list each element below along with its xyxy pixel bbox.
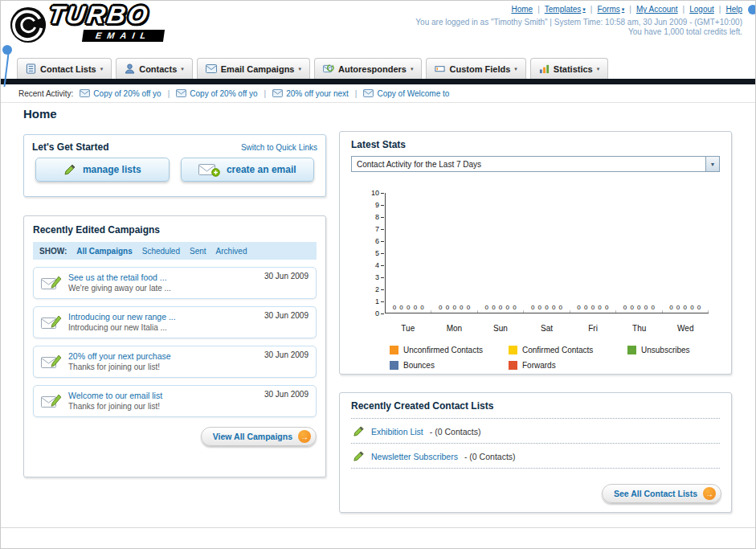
y-tick: 6 bbox=[375, 238, 384, 244]
legend-item: Forwards bbox=[509, 361, 627, 370]
contact-lists-panel: Recently Created Contact Lists Exhibitio… bbox=[339, 392, 732, 513]
separator: | bbox=[719, 5, 721, 14]
tab-contact-lists[interactable]: Contact Lists ▾ bbox=[17, 58, 112, 79]
contact-count-text: - (0 Contacts) bbox=[464, 452, 516, 461]
envelope-icon bbox=[206, 64, 217, 73]
x-label: Sun bbox=[477, 324, 524, 333]
zero-value-group: 0 0 0 0 0 bbox=[524, 304, 570, 311]
tab-label: Autoresponders bbox=[338, 64, 407, 74]
chevron-down-icon: ▾ bbox=[298, 66, 301, 72]
contact-list-link[interactable]: Exhibition List bbox=[371, 427, 423, 436]
create-email-button[interactable]: create an email bbox=[181, 158, 315, 182]
filter-sent[interactable]: Sent bbox=[190, 247, 206, 256]
campaign-date: 30 Jun 2009 bbox=[264, 390, 309, 399]
legend-swatch bbox=[390, 346, 398, 354]
form-field-icon bbox=[435, 64, 445, 74]
login-status-text: You are logged in as "Timothy Smith" | S… bbox=[415, 18, 742, 27]
pencil-icon bbox=[63, 163, 76, 176]
recent-activity-bar: Recent Activity: Copy of 20% off yo | Co… bbox=[1, 84, 755, 103]
x-label: Sat bbox=[524, 324, 570, 333]
legend-item: Bounces bbox=[390, 361, 509, 370]
manage-lists-button[interactable]: manage lists bbox=[35, 158, 170, 182]
tab-label: Contacts bbox=[139, 64, 177, 74]
contact-lists-title: Recently Created Contact Lists bbox=[351, 400, 720, 412]
activity-item: 20% off your next bbox=[272, 89, 349, 98]
envelope-icon bbox=[363, 89, 374, 97]
stats-period-select[interactable]: Contact Activity for the Last 7 Days ▼ bbox=[351, 156, 720, 172]
link-forms[interactable]: Forms▾ bbox=[597, 5, 624, 14]
see-all-contact-lists-button[interactable]: See All Contact Lists → bbox=[602, 484, 721, 503]
campaign-title-link[interactable]: 20% off your next purchase bbox=[68, 350, 264, 362]
x-label: Mon bbox=[431, 324, 478, 333]
separator: | bbox=[537, 5, 540, 14]
campaign-title-link[interactable]: Welcome to our email list bbox=[68, 390, 264, 401]
link-home[interactable]: Home bbox=[511, 5, 533, 14]
tab-statistics[interactable]: Statistics ▾ bbox=[530, 58, 608, 79]
campaign-edit-icon bbox=[41, 354, 62, 370]
chevron-down-icon: ▾ bbox=[597, 66, 600, 72]
create-email-label: create an email bbox=[227, 164, 296, 175]
recent-activity-label: Recent Activity: bbox=[18, 89, 73, 98]
arrow-circle-icon: → bbox=[298, 430, 311, 443]
tab-label: Statistics bbox=[554, 64, 593, 74]
pencil-icon bbox=[353, 425, 365, 437]
manage-lists-label: manage lists bbox=[83, 164, 141, 175]
view-all-campaigns-label: View All Campaigns bbox=[213, 432, 292, 441]
link-logout[interactable]: Logout bbox=[689, 5, 714, 14]
legend-label: Forwards bbox=[522, 361, 556, 370]
activity-link[interactable]: Copy of 20% off yo bbox=[93, 89, 161, 98]
legend-swatch bbox=[390, 361, 398, 370]
legend-swatch bbox=[627, 346, 636, 354]
get-started-header: Let's Get Started Switch to Quick Links bbox=[24, 135, 325, 158]
tab-label: Custom Fields bbox=[449, 64, 510, 74]
turbo-email-page: TURBO EMAIL Home | Templates▾ | Forms▾ |… bbox=[0, 0, 756, 549]
zero-value-group: 0 0 0 0 0 bbox=[663, 304, 709, 311]
contact-list-link[interactable]: Newsletter Subscribers bbox=[371, 452, 458, 461]
tab-autoresponders[interactable]: Autoresponders ▾ bbox=[314, 58, 422, 79]
y-tick: 5 bbox=[375, 250, 384, 256]
activity-link[interactable]: 20% off your next bbox=[286, 89, 349, 98]
filter-archived[interactable]: Archived bbox=[216, 247, 247, 256]
separator: | bbox=[629, 5, 631, 14]
view-all-campaigns-button[interactable]: View All Campaigns → bbox=[201, 427, 317, 446]
chevron-down-icon: ▾ bbox=[100, 66, 104, 72]
envelope-icon bbox=[80, 89, 90, 97]
legend-label: Confirmed Contacts bbox=[522, 346, 593, 354]
campaign-row: 20% off your next purchase Thanks for jo… bbox=[33, 346, 317, 378]
get-started-buttons: manage lists create an email bbox=[24, 158, 325, 182]
link-help[interactable]: Help bbox=[725, 5, 742, 14]
contact-list-row: Exhibition List - (0 Contacts) bbox=[351, 419, 720, 444]
campaign-title-link[interactable]: Introducing our new range ... bbox=[68, 311, 264, 322]
y-tick: 2 bbox=[375, 286, 384, 293]
tab-email-campaigns[interactable]: Email Campaigns ▾ bbox=[197, 58, 310, 79]
contact-count-text: - (0 Contacts) bbox=[430, 427, 481, 436]
campaign-title-link[interactable]: See us at the retail food ... bbox=[68, 272, 264, 283]
y-tick: 9 bbox=[375, 202, 384, 208]
filter-all-campaigns[interactable]: All Campaigns bbox=[76, 247, 132, 256]
switch-quick-links-link[interactable]: Switch to Quick Links bbox=[241, 143, 317, 152]
tab-custom-fields[interactable]: Custom Fields ▾ bbox=[426, 58, 525, 79]
activity-link[interactable]: Copy of 20% off yo bbox=[190, 89, 257, 98]
link-my-account[interactable]: My Account bbox=[636, 5, 678, 14]
get-started-panel: Let's Get Started Switch to Quick Links … bbox=[23, 134, 326, 197]
tab-contacts[interactable]: Contacts ▾ bbox=[116, 58, 193, 79]
templates-caret-icon: ▾ bbox=[582, 6, 586, 13]
tab-label: Contact Lists bbox=[40, 64, 96, 74]
app-logo[interactable]: TURBO EMAIL bbox=[9, 3, 164, 44]
bar-chart-icon bbox=[539, 64, 550, 74]
envelope-plus-icon bbox=[198, 162, 220, 177]
legend-swatch bbox=[509, 361, 517, 370]
activity-link[interactable]: Copy of Welcome to bbox=[377, 89, 449, 98]
envelope-icon bbox=[272, 89, 283, 97]
chart-plot-area: 0 0 0 0 0 0 0 0 0 0 0 0 0 0 0 0 0 0 0 0 … bbox=[385, 193, 709, 313]
chevron-down-icon: ▾ bbox=[181, 66, 184, 72]
link-forms-label: Forms bbox=[597, 5, 619, 14]
x-label: Wed bbox=[662, 324, 709, 333]
link-templates[interactable]: Templates▾ bbox=[545, 5, 586, 14]
arrow-circle-icon: → bbox=[703, 487, 716, 500]
zero-values-row: 0 0 0 0 0 0 0 0 0 0 0 0 0 0 0 0 0 0 0 0 … bbox=[386, 304, 709, 311]
zero-value-group: 0 0 0 0 0 bbox=[478, 304, 524, 311]
filter-scheduled[interactable]: Scheduled bbox=[142, 247, 180, 256]
x-label: Thu bbox=[616, 324, 663, 333]
y-tick: 1 bbox=[375, 298, 384, 305]
